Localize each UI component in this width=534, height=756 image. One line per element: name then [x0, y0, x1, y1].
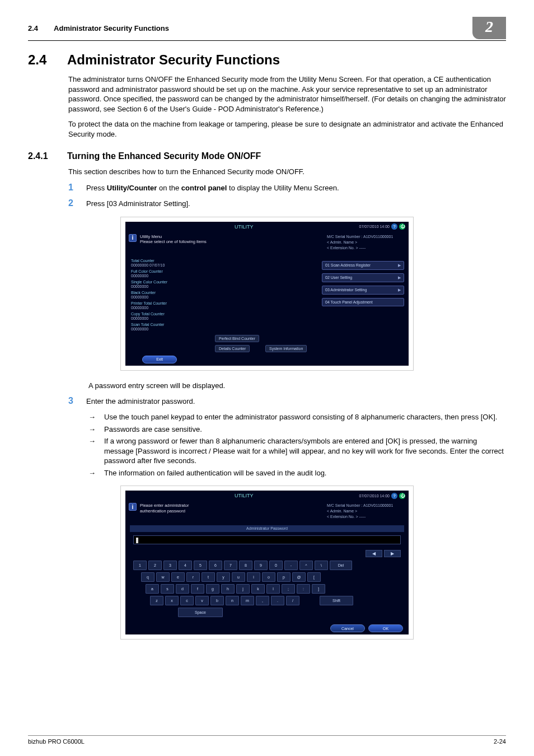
- keyboard-key[interactable]: f: [191, 584, 204, 594]
- subsection-heading: 2.4.1 Turning the Enhanced Security Mode…: [28, 151, 506, 161]
- help-icon[interactable]: ?: [391, 493, 397, 499]
- keyboard-key[interactable]: :: [297, 584, 310, 594]
- screen-topbar: UTILITY 07/07/2010 14:00 ? ⏻: [125, 491, 409, 501]
- counter-panel: Total Counter 00000000 07/07/10 Full Col…: [125, 255, 209, 353]
- footer-page: 2-24: [494, 738, 506, 745]
- topbar-date: 07/07/2010 14:00: [359, 494, 390, 498]
- keyboard-key[interactable]: 8: [239, 561, 252, 570]
- keyboard-key[interactable]: o: [262, 572, 275, 582]
- keyboard-key[interactable]: 1: [133, 561, 147, 570]
- touch-panel-adjustment-button[interactable]: 04 Touch Panel Adjustment: [322, 298, 404, 306]
- keyboard-key[interactable]: 9: [254, 561, 268, 570]
- keyboard-key[interactable]: 7: [224, 561, 237, 570]
- password-keyboard-screenshot: UTILITY 07/07/2010 14:00 ? ⏻ i Please en…: [120, 486, 414, 640]
- keyboard-key[interactable]: s: [161, 584, 174, 594]
- keyboard-key[interactable]: \: [315, 561, 328, 570]
- step-text: Press Utility/Counter on the control pan…: [86, 183, 339, 193]
- keyboard-key[interactable]: k: [251, 584, 265, 594]
- arrow-icon: →: [88, 412, 97, 422]
- password-banner: Administrator Password: [130, 525, 404, 532]
- screen-topbar: UTILITY 07/07/2010 14:00 ? ⏻: [125, 222, 409, 232]
- keyboard-key[interactable]: b: [210, 596, 224, 605]
- keyboard-key[interactable]: 5: [194, 561, 207, 570]
- administrator-setting-button[interactable]: 03 Administrator Setting▶: [322, 286, 404, 295]
- keyboard-key[interactable]: l: [266, 584, 280, 594]
- keyboard-key[interactable]: d: [176, 584, 189, 594]
- keyboard-key[interactable]: x: [165, 596, 179, 605]
- keyboard-key[interactable]: z: [150, 596, 163, 605]
- keyboard-key[interactable]: ]: [312, 584, 325, 594]
- chapter-badge: 2: [472, 17, 506, 39]
- keyboard-key[interactable]: g: [206, 584, 219, 594]
- keyboard-key[interactable]: 3: [163, 561, 177, 570]
- keyboard-key[interactable]: @: [292, 572, 306, 582]
- keyboard-key[interactable]: m: [241, 596, 254, 605]
- keyboard-key[interactable]: 6: [209, 561, 222, 570]
- keyboard-key[interactable]: u: [232, 572, 245, 582]
- section-num: 2.4: [28, 52, 50, 68]
- step3-bullet4: → The information on failed authenticati…: [88, 468, 506, 478]
- exit-button[interactable]: Exit: [142, 356, 177, 363]
- step-text: Press [03 Administrator Setting].: [86, 199, 190, 209]
- extension-line: < Extension No. > -----: [327, 245, 405, 251]
- password-input[interactable]: [133, 535, 401, 544]
- page-footer: bizhub PRO C6000L 2-24: [28, 735, 506, 745]
- perfect-bind-counter-button[interactable]: Perfect Bind Counter: [215, 335, 259, 342]
- keyboard-key[interactable]: e: [171, 572, 185, 582]
- keyboard-key[interactable]: t: [202, 572, 215, 582]
- keyboard-key[interactable]: /: [286, 596, 299, 605]
- keyboard-key[interactable]: v: [195, 596, 209, 605]
- keyboard-key[interactable]: -: [284, 561, 298, 570]
- cursor-left-button[interactable]: ◀: [366, 550, 382, 557]
- scan-address-register-button[interactable]: 01 Scan Address Register▶: [322, 261, 404, 270]
- step3-bullet2: → Passwords are case sensitive.: [88, 424, 506, 435]
- step-number: 1: [68, 183, 76, 193]
- keyboard-key[interactable]: h: [221, 584, 235, 594]
- keyboard-key[interactable]: a: [146, 584, 159, 594]
- keyboard-key[interactable]: w: [156, 572, 170, 582]
- footer-product: bizhub PRO C6000L: [28, 738, 85, 745]
- keyboard-key[interactable]: j: [236, 584, 250, 594]
- user-setting-button[interactable]: 02 User Setting▶: [322, 273, 404, 282]
- keyboard-key[interactable]: .: [271, 596, 284, 605]
- serial-line: M/C Serial Number : A1DV011000001: [327, 503, 405, 508]
- details-counter-button[interactable]: Details Counter: [215, 345, 250, 352]
- header-section-num: 2.4: [28, 24, 38, 32]
- admin-name-line: < Admin. Name >: [327, 240, 405, 245]
- info-icon: i: [129, 503, 137, 511]
- screen-header-line2: Please select one of following items: [140, 239, 324, 244]
- chevron-right-icon: ▶: [398, 288, 401, 292]
- keyboard-key[interactable]: r: [186, 572, 200, 582]
- help-icon[interactable]: ?: [391, 223, 397, 230]
- admin-name-line: < Admin. Name >: [327, 508, 405, 514]
- power-icon[interactable]: ⏻: [399, 223, 405, 230]
- keyboard-key[interactable]: y: [217, 572, 230, 582]
- space-key[interactable]: Space: [178, 608, 223, 617]
- utility-menu-screenshot: UTILITY 07/07/2010 14:00 ? ⏻ i Utility M…: [120, 217, 414, 371]
- shift-key[interactable]: Shift: [320, 596, 353, 605]
- ok-button[interactable]: OK: [368, 624, 403, 632]
- keyboard-key[interactable]: 4: [179, 561, 192, 570]
- power-icon[interactable]: ⏻: [399, 493, 405, 499]
- keyboard-key[interactable]: ^: [299, 561, 313, 570]
- keyboard-key[interactable]: q: [141, 572, 154, 582]
- keyboard-key[interactable]: i: [247, 572, 260, 582]
- screen-header-line1: Please enter administrator: [140, 503, 324, 508]
- running-header: 2.4 Administrator Security Functions 2: [28, 17, 506, 41]
- info-icon: i: [129, 234, 137, 242]
- keyboard-key[interactable]: c: [180, 596, 194, 605]
- system-information-button[interactable]: System Information: [265, 345, 307, 352]
- keyboard-key[interactable]: ;: [282, 584, 295, 594]
- keyboard-key[interactable]: n: [226, 596, 239, 605]
- keyboard-key[interactable]: p: [277, 572, 291, 582]
- keyboard-key[interactable]: 2: [148, 561, 162, 570]
- keyboard-key[interactable]: ,: [256, 596, 269, 605]
- keyboard: 1234567890-^\Del qwertyuiop@[ asdfghjkl;…: [133, 561, 401, 617]
- cursor-right-button[interactable]: ▶: [384, 550, 401, 557]
- keyboard-key[interactable]: [: [307, 572, 321, 582]
- cancel-button[interactable]: Cancel: [330, 624, 365, 632]
- delete-key[interactable]: Del: [330, 561, 352, 570]
- keyboard-key[interactable]: 0: [269, 561, 283, 570]
- subsection-num: 2.4.1: [28, 151, 50, 161]
- header-section-title: Administrator Security Functions: [54, 24, 169, 32]
